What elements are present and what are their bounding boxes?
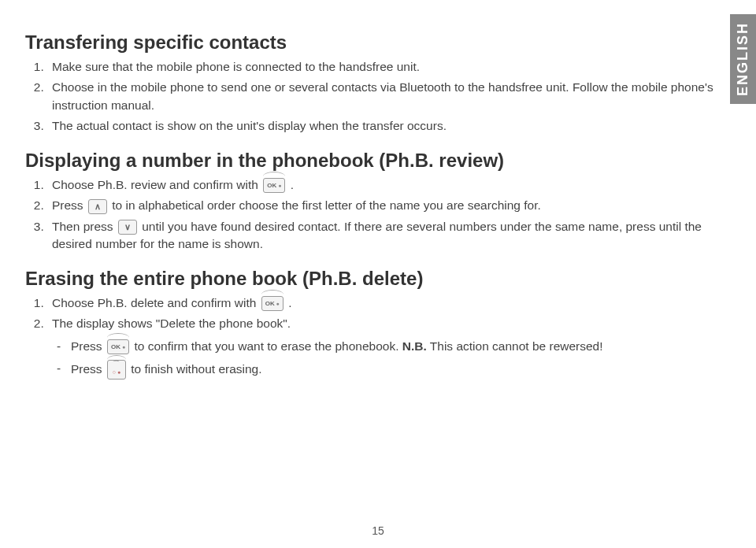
text: . <box>288 296 291 309</box>
section-erasing: Erasing the entire phone book (Ph.B. del… <box>25 268 717 380</box>
text: . <box>291 178 294 191</box>
text: to in alphabetical order choose the firs… <box>112 198 541 212</box>
list-transferring: Make sure that the mobile phone is conne… <box>25 58 717 135</box>
heading-displaying: Displaying a number in the phonebook (Ph… <box>25 150 717 172</box>
list-displaying: Choose Ph.B. review and confirm with . P… <box>25 176 717 254</box>
list-item: Then press until you have found desired … <box>47 218 717 254</box>
sublist-erasing: Press to confirm that you want to erase … <box>25 338 717 380</box>
up-button-icon <box>88 199 107 214</box>
list-item: Choose Ph.B. review and confirm with . <box>47 176 717 194</box>
text: to finish without erasing. <box>131 362 261 376</box>
text: Press <box>71 362 106 376</box>
heading-erasing: Erasing the entire phone book (Ph.B. del… <box>25 268 717 290</box>
text: Then press <box>52 220 117 233</box>
text: to confirm that you want to erase the ph… <box>134 339 402 353</box>
list-item: Press to confirm that you want to erase … <box>57 338 717 355</box>
text: until you have found desired contact. If… <box>52 220 702 250</box>
text: Press <box>52 198 87 212</box>
page-number: 15 <box>0 524 756 537</box>
text: Choose Ph.B. review and confirm with <box>52 178 261 191</box>
section-transferring: Transfering specific contacts Make sure … <box>25 31 717 135</box>
list-item: The display shows "Delete the phone book… <box>47 315 717 332</box>
down-button-icon <box>118 220 137 235</box>
note-bold: N.B. <box>402 339 427 353</box>
list-item: The actual contact is show on the unit's… <box>47 117 717 135</box>
ok-button-icon <box>107 339 129 354</box>
cancel-button-icon <box>107 360 126 380</box>
list-item: Choose Ph.B. delete and confirm with . <box>47 294 717 312</box>
section-displaying: Displaying a number in the phonebook (Ph… <box>25 150 717 254</box>
ok-button-icon <box>261 296 284 311</box>
list-erasing: Choose Ph.B. delete and confirm with . T… <box>25 294 717 333</box>
list-item: Press to in alphabetical order choose th… <box>47 197 717 214</box>
list-item: Choose in the mobile phone to send one o… <box>47 79 717 114</box>
text: This action cannot be rewersed! <box>430 339 603 353</box>
heading-transferring: Transfering specific contacts <box>25 31 717 54</box>
ok-button-icon <box>263 178 285 193</box>
list-item: Press to finish without erasing. <box>57 360 717 380</box>
language-tab: ENGLISH <box>730 14 756 104</box>
list-item: Make sure that the mobile phone is conne… <box>47 58 717 76</box>
text: Choose Ph.B. delete and confirm with <box>52 296 260 309</box>
text: Press <box>71 339 106 353</box>
